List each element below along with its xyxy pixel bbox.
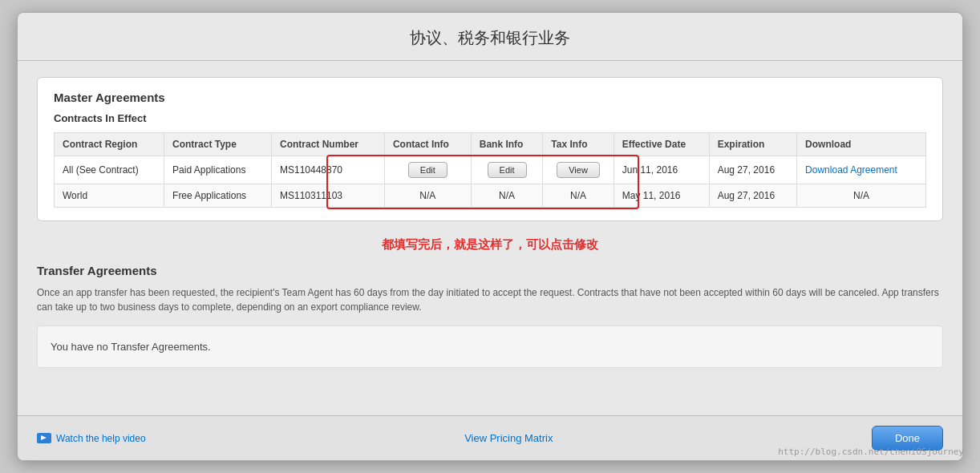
table-row: World Free Applications MS110311103 N/A … <box>55 184 926 208</box>
col-tax: Tax Info <box>543 133 614 156</box>
contracts-in-effect-title: Contracts In Effect <box>54 112 926 124</box>
master-agreements-title: Master Agreements <box>54 91 926 104</box>
footer-center: View Pricing Matrix <box>146 432 872 444</box>
cell-bank-2: N/A <box>471 184 543 208</box>
col-number: Contract Number <box>271 133 384 156</box>
transfer-agreements-section: Transfer Agreements Once an app transfer… <box>37 264 943 368</box>
watermark: http://blog.csdn.net/cheniOSjourney <box>778 447 964 457</box>
col-type: Contract Type <box>164 133 272 156</box>
download-agreement-link[interactable]: Download Agreement <box>805 164 897 176</box>
no-transfer-message: You have no Transfer Agreements. <box>37 325 943 368</box>
pricing-matrix-link[interactable]: View Pricing Matrix <box>464 432 553 444</box>
cell-tax-1: View <box>543 156 614 184</box>
master-agreements-section: Master Agreements Contracts In Effect Co… <box>37 77 943 221</box>
edit-bank-button[interactable]: Edit <box>488 162 527 178</box>
cell-type-2: Free Applications <box>164 184 272 208</box>
main-dialog: 协议、税务和银行业务 Master Agreements Contracts I… <box>17 12 963 461</box>
cell-effective-2: May 11, 2016 <box>614 184 709 208</box>
help-video-link[interactable]: Watch the help video <box>37 433 146 444</box>
dialog-body: Master Agreements Contracts In Effect Co… <box>18 61 962 415</box>
contracts-table: Contract Region Contract Type Contract N… <box>54 132 926 208</box>
col-effective: Effective Date <box>614 133 709 156</box>
cell-contact-2: N/A <box>384 184 471 208</box>
dialog-title: 协议、税务和银行业务 <box>18 13 962 61</box>
col-contact: Contact Info <box>384 133 471 156</box>
table-header-row: Contract Region Contract Type Contract N… <box>55 133 926 156</box>
col-download: Download <box>797 133 926 156</box>
cell-expiration-1: Aug 27, 2016 <box>709 156 796 184</box>
cell-effective-1: Jun 11, 2016 <box>614 156 709 184</box>
cell-region-1: All (See Contract) <box>55 156 164 184</box>
edit-contact-button[interactable]: Edit <box>408 162 447 178</box>
col-region: Contract Region <box>55 133 164 156</box>
help-video-label: Watch the help video <box>56 433 146 444</box>
cell-contact-1: Edit <box>384 156 471 184</box>
no-transfer-text: You have no Transfer Agreements. <box>51 341 211 353</box>
view-tax-button[interactable]: View <box>557 162 600 178</box>
col-bank: Bank Info <box>471 133 543 156</box>
cell-number-2: MS110311103 <box>271 184 384 208</box>
cell-download-2: N/A <box>797 184 926 208</box>
cell-tax-2: N/A <box>543 184 614 208</box>
cell-number-1: MS110448870 <box>271 156 384 184</box>
video-icon <box>37 433 51 443</box>
col-expiration: Expiration <box>709 133 796 156</box>
transfer-agreements-title: Transfer Agreements <box>37 264 943 277</box>
annotation-text: 都填写完后，就是这样了，可以点击修改 <box>37 237 943 253</box>
transfer-description: Once an app transfer has been requested,… <box>37 285 943 314</box>
cell-download-1: Download Agreement <box>797 156 926 184</box>
contracts-table-wrapper: Contract Region Contract Type Contract N… <box>54 132 926 208</box>
cell-region-2: World <box>55 184 164 208</box>
cell-expiration-2: Aug 27, 2016 <box>709 184 796 208</box>
cell-bank-1: Edit <box>471 156 543 184</box>
cell-type-1: Paid Applications <box>164 156 272 184</box>
table-row: All (See Contract) Paid Applications MS1… <box>55 156 926 184</box>
